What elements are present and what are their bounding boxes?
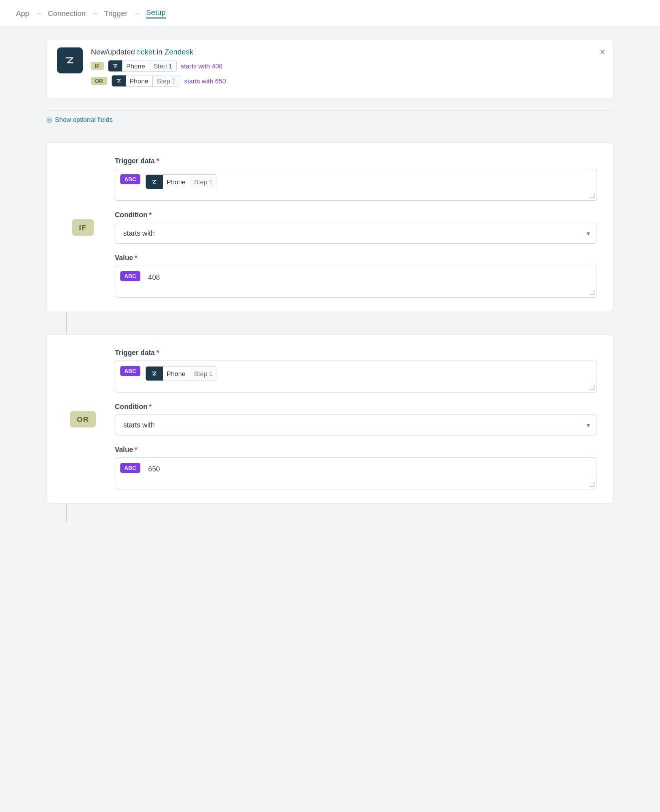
nav-item-setup[interactable]: Setup [146, 8, 166, 18]
zendesk-chip-icon-if [108, 60, 122, 71]
nav-item-app[interactable]: App [16, 9, 29, 17]
or-value-label: Value* [115, 445, 597, 453]
nav-item-connection[interactable]: Connection [48, 9, 86, 17]
if-condition-label: Condition* [115, 211, 597, 219]
connector-vert [46, 312, 86, 334]
or-phone-chip[interactable]: Phone Step 1 [145, 366, 217, 381]
chip-step-if: Step 1 [149, 61, 176, 71]
or-trigger-data-field[interactable]: ABC Phone Step 1 [115, 361, 597, 393]
or-phone-label: Phone [163, 368, 190, 380]
or-trigger-required: * [156, 349, 159, 357]
if-label-col: IF [63, 157, 103, 298]
if-abc-badge: ABC [120, 174, 140, 184]
connector-row [46, 312, 614, 334]
vert-line [66, 312, 67, 334]
show-optional-fields[interactable]: Show optional fields [55, 116, 113, 123]
close-button[interactable]: × [600, 47, 605, 56]
or-condition-select[interactable]: starts with ends with contains equals [115, 414, 597, 435]
or-filter-content: Trigger data* ABC Phone Step 1 [103, 349, 597, 489]
if-value-resize[interactable] [590, 290, 595, 295]
chip-label-or: Phone [126, 76, 153, 86]
if-condition-select[interactable]: starts with ends with contains equals [115, 223, 597, 244]
if-value-abc: ABC [120, 271, 140, 281]
or-trigger-data-label: Trigger data* [115, 349, 597, 357]
if-value-label: Value* [115, 254, 597, 262]
summary-service: Zendesk [165, 47, 194, 56]
if-value-field[interactable]: ABC 408 [115, 266, 597, 298]
if-value-text: 408 [145, 271, 163, 283]
bottom-vert-line [66, 504, 67, 522]
if-condition-required: * [149, 211, 151, 219]
if-phone-step: Step 1 [190, 176, 217, 188]
if-filter-block: IF Trigger data* ABC [46, 142, 614, 312]
blocks-wrapper: IF Trigger data* ABC [46, 142, 614, 522]
nav-arrow-1: → [35, 9, 42, 17]
if-condition-wrapper: starts with ends with contains equals ▾ [115, 223, 597, 244]
summary-row-or: OR Phone Step 1 starts with 650 [91, 75, 603, 87]
or-condition-wrapper: starts with ends with contains equals ▾ [115, 414, 597, 435]
summary-content: New/updated ticket in Zendesk IF Phone S… [91, 47, 603, 90]
zendesk-icon [57, 47, 83, 73]
if-badge: IF [72, 219, 93, 236]
or-value-resize[interactable] [590, 482, 595, 487]
chip-label-if: Phone [122, 61, 149, 71]
or-badge: OR [70, 411, 96, 427]
condition-text-if: starts with 408 [181, 62, 223, 70]
chip-or[interactable]: Phone Step 1 [111, 75, 180, 87]
or-condition-required: * [149, 403, 151, 410]
if-value-required: * [135, 254, 137, 262]
nav-arrow-3: → [134, 9, 140, 17]
nav-item-trigger[interactable]: Trigger [104, 9, 128, 17]
eye-icon: ◎ [46, 116, 52, 123]
zendesk-chip-icon-or [112, 75, 126, 86]
badge-if: IF [91, 62, 104, 70]
if-trigger-resize[interactable] [590, 193, 595, 198]
bottom-connector [46, 504, 614, 522]
or-abc-badge: ABC [120, 366, 140, 376]
or-value-abc: ABC [120, 463, 140, 473]
chip-if[interactable]: Phone Step 1 [108, 60, 177, 72]
or-zendesk-icon [146, 367, 163, 381]
or-value-field[interactable]: ABC 650 [115, 457, 597, 489]
or-trigger-resize[interactable] [590, 385, 595, 390]
main-container: New/updated ticket in Zendesk IF Phone S… [30, 27, 630, 534]
top-nav: App → Connection → Trigger → Setup [0, 0, 660, 27]
chip-step-or: Step 1 [153, 76, 180, 86]
bottom-vert [46, 504, 86, 522]
nav-arrow-2: → [92, 9, 98, 17]
summary-title-link[interactable]: ticket [137, 47, 155, 56]
if-phone-label: Phone [163, 176, 190, 188]
optional-fields-row: ◎ Show optional fields [46, 110, 614, 128]
or-value-required: * [135, 445, 137, 453]
or-phone-step: Step 1 [190, 368, 217, 380]
summary-title: New/updated ticket in Zendesk [91, 47, 603, 56]
if-trigger-data-label: Trigger data* [115, 157, 597, 165]
if-filter-content: Trigger data* ABC Phone Step 1 [103, 157, 597, 298]
summary-row-if: IF Phone Step 1 starts with 408 [91, 60, 603, 72]
or-value-text: 650 [145, 463, 163, 475]
badge-or: OR [91, 77, 107, 85]
condition-text-or: starts with 650 [184, 77, 226, 85]
if-phone-chip[interactable]: Phone Step 1 [145, 174, 217, 189]
or-label-col: OR [63, 349, 103, 489]
if-trigger-data-field[interactable]: ABC Phone Step 1 [115, 169, 597, 201]
if-trigger-required: * [156, 157, 159, 165]
summary-card: New/updated ticket in Zendesk IF Phone S… [46, 39, 614, 98]
if-zendesk-icon [146, 175, 163, 189]
or-condition-label: Condition* [115, 403, 597, 410]
or-filter-block: OR Trigger data* ABC [46, 334, 614, 504]
